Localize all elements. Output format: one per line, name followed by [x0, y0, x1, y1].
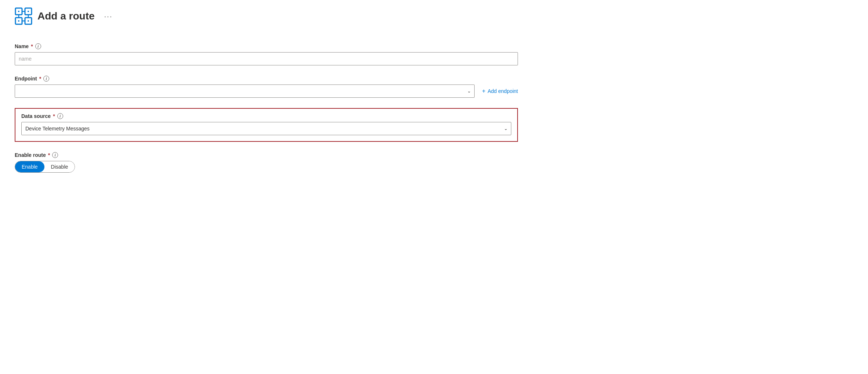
page-header: Add a route ···: [15, 7, 853, 29]
svg-point-9: [28, 11, 29, 12]
data-source-label-text: Data source: [21, 113, 51, 119]
endpoint-label-text: Endpoint: [15, 76, 37, 82]
data-source-section: Data source * i Device Telemetry Message…: [15, 108, 518, 142]
data-source-select[interactable]: Device Telemetry Messages Device Twin Ch…: [21, 122, 511, 135]
endpoint-select[interactable]: [15, 84, 475, 98]
endpoint-select-wrapper: ⌄: [15, 84, 475, 98]
data-source-required-star: *: [53, 113, 55, 119]
data-source-label: Data source * i: [21, 113, 511, 119]
svg-point-8: [18, 11, 19, 12]
enable-route-info-icon[interactable]: i: [52, 152, 58, 158]
plus-icon: +: [482, 88, 485, 94]
enable-toggle-option[interactable]: Enable: [15, 161, 44, 172]
endpoint-select-container: ⌄: [15, 84, 475, 98]
add-endpoint-button[interactable]: + Add endpoint: [482, 88, 518, 94]
endpoint-required-star: *: [39, 76, 41, 82]
disable-toggle-option[interactable]: Disable: [44, 161, 75, 172]
enable-route-toggle-group: Enable Disable: [15, 161, 75, 173]
page-title: Add a route: [37, 10, 95, 22]
data-source-info-icon[interactable]: i: [57, 113, 63, 119]
enable-route-label-text: Enable route: [15, 152, 46, 158]
endpoint-label: Endpoint * i: [15, 76, 518, 82]
name-input[interactable]: [15, 52, 518, 65]
add-endpoint-label: Add endpoint: [487, 88, 518, 94]
enable-route-label: Enable route * i: [15, 152, 518, 158]
name-section: Name * i: [15, 43, 518, 65]
data-source-select-wrapper: Device Telemetry Messages Device Twin Ch…: [21, 122, 511, 135]
name-info-icon[interactable]: i: [35, 43, 41, 49]
endpoint-row: ⌄ + Add endpoint: [15, 84, 518, 98]
form-container: Name * i Endpoint * i ⌄: [15, 43, 518, 173]
svg-point-11: [28, 20, 29, 22]
endpoint-info-icon[interactable]: i: [43, 76, 49, 82]
name-label-text: Name: [15, 43, 29, 49]
more-options-button[interactable]: ···: [101, 11, 116, 22]
name-required-star: *: [31, 43, 33, 49]
endpoint-section: Endpoint * i ⌄ + Add endpoint: [15, 76, 518, 98]
svg-point-10: [18, 20, 19, 22]
route-icon: [15, 7, 32, 25]
enable-route-required-star: *: [48, 152, 50, 158]
page-container: Add a route ··· Name * i Endpoint * i: [0, 0, 868, 198]
name-label: Name * i: [15, 43, 518, 49]
enable-route-section: Enable route * i Enable Disable: [15, 152, 518, 173]
